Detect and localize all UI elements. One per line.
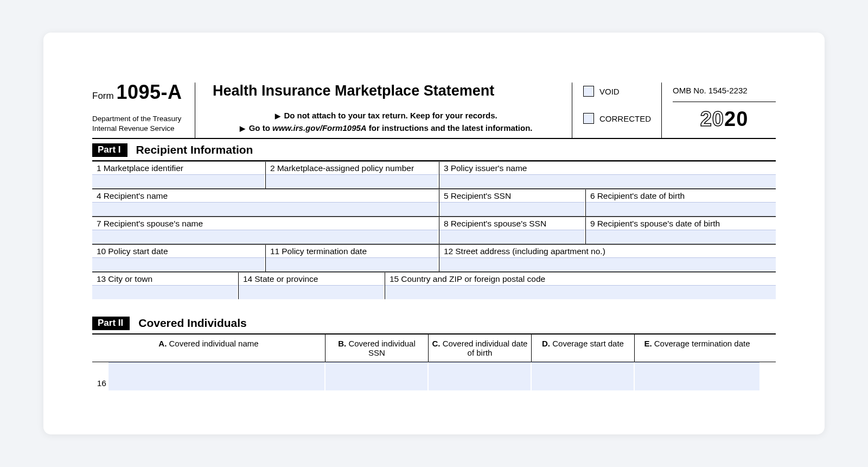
field-7: 7Recipient's spouse's name	[92, 217, 439, 244]
input-13[interactable]	[92, 285, 238, 299]
col-C: C. Covered individual date of birth	[429, 335, 532, 362]
input-4[interactable]	[92, 202, 439, 216]
triangle-icon: ▶	[240, 124, 245, 132]
void-label: VOID	[599, 87, 620, 96]
year-outline: 20	[700, 108, 724, 130]
note-keep-records: ▶ Do not attach to your tax return. Keep…	[213, 109, 560, 122]
field-11: 11Policy termination date	[266, 245, 439, 272]
header-middle: Health Insurance Marketplace Statement ▶…	[195, 83, 572, 138]
note2-prefix: Go to	[249, 123, 272, 132]
void-checkbox-row: VOID	[583, 86, 661, 97]
triangle-icon: ▶	[275, 112, 280, 120]
input-16B[interactable]	[326, 362, 429, 390]
input-3[interactable]	[439, 174, 776, 188]
field-9: 9Recipient's spouse's date of birth	[586, 217, 776, 244]
section-gap	[92, 299, 776, 312]
input-10[interactable]	[92, 257, 265, 272]
col-B-text: Covered individual SSN	[348, 339, 415, 357]
field-8: 8Recipient's spouse's SSN	[439, 217, 586, 244]
void-checkbox[interactable]	[583, 86, 594, 97]
col-D: D. Coverage start date	[532, 335, 635, 362]
part2-row-16: 16	[92, 362, 776, 390]
field-15: 15Country and ZIP or foreign postal code	[385, 273, 776, 299]
label-13: 13City or town	[92, 273, 238, 285]
note2-suffix: for instructions and the latest informat…	[367, 123, 533, 132]
label-5: 5Recipient's SSN	[439, 190, 585, 202]
form-card: Form 1095-A Department of the Treasury I…	[43, 33, 825, 434]
label-3-text: Policy issuer's name	[451, 163, 527, 173]
field-6: 6Recipient's date of birth	[586, 190, 776, 216]
row-number-16: 16	[92, 362, 108, 390]
part2-columns: A. Covered individual name B. Covered in…	[92, 335, 776, 362]
label-2-text: Marketplace-assigned policy number	[277, 163, 414, 173]
col-E: E. Coverage termination date	[635, 335, 760, 362]
input-5[interactable]	[439, 202, 585, 216]
tax-year: 2020	[673, 108, 776, 131]
field-4: 4Recipient's name	[92, 190, 439, 216]
input-16D[interactable]	[532, 362, 635, 390]
label-7-text: Recipient's spouse's name	[104, 219, 203, 228]
input-16E[interactable]	[635, 362, 760, 390]
row-1-3: 1Marketplace identifier 2Marketplace-ass…	[92, 161, 776, 189]
part2-header: Part II Covered Individuals	[92, 312, 776, 335]
year-bold: 20	[724, 108, 748, 130]
form-word: Form	[92, 91, 114, 101]
label-5-text: Recipient's SSN	[451, 191, 512, 200]
corrected-label: CORRECTED	[599, 114, 651, 123]
input-16C[interactable]	[429, 362, 532, 390]
label-14-text: State or province	[254, 274, 318, 283]
label-11-text: Policy termination date	[282, 247, 367, 256]
header-checkboxes: VOID CORRECTED	[572, 83, 662, 138]
label-2: 2Marketplace-assigned policy number	[266, 162, 439, 174]
input-16A[interactable]	[108, 362, 326, 390]
input-1[interactable]	[92, 174, 265, 188]
label-10-text: Policy start date	[108, 247, 168, 256]
label-13-text: City or town	[108, 274, 152, 283]
input-14[interactable]	[239, 285, 385, 299]
part2-tag: Part II	[92, 317, 130, 330]
form-header: Form 1095-A Department of the Treasury I…	[92, 83, 776, 139]
issuing-agency: Department of the Treasury Internal Reve…	[92, 114, 188, 134]
dept-line1: Department of the Treasury	[92, 114, 188, 124]
label-11: 11Policy termination date	[266, 245, 439, 257]
label-1: 1Marketplace identifier	[92, 162, 265, 174]
field-10: 10Policy start date	[92, 245, 266, 272]
input-6[interactable]	[586, 202, 776, 216]
label-10: 10Policy start date	[92, 245, 265, 257]
corrected-checkbox[interactable]	[583, 113, 594, 124]
input-15[interactable]	[385, 285, 776, 299]
form-notes: ▶ Do not attach to your tax return. Keep…	[213, 109, 560, 135]
label-3: 3Policy issuer's name	[439, 162, 776, 174]
label-12-text: Street address (including apartment no.)	[455, 247, 605, 256]
label-8: 8Recipient's spouse's SSN	[439, 217, 585, 230]
label-9-text: Recipient's spouse's date of birth	[597, 219, 720, 228]
label-9: 9Recipient's spouse's date of birth	[586, 217, 776, 230]
input-9[interactable]	[586, 230, 776, 244]
dept-line2: Internal Revenue Service	[92, 124, 188, 134]
label-15: 15Country and ZIP or foreign postal code	[385, 273, 776, 285]
form-title: Health Insurance Marketplace Statement	[213, 83, 560, 99]
omb-number: OMB No. 1545-2232	[673, 86, 776, 102]
field-2: 2Marketplace-assigned policy number	[266, 162, 439, 188]
label-4-text: Recipient's name	[104, 191, 168, 200]
input-7[interactable]	[92, 230, 439, 244]
field-5: 5Recipient's SSN	[439, 190, 586, 216]
form-word-and-number: Form 1095-A	[92, 83, 188, 102]
header-left: Form 1095-A Department of the Treasury I…	[92, 83, 195, 138]
label-4: 4Recipient's name	[92, 190, 439, 202]
part1-title: Recipient Information	[136, 143, 253, 156]
col-B: B. Covered individual SSN	[326, 335, 429, 362]
input-2[interactable]	[266, 174, 439, 188]
label-8-text: Recipient's spouse's SSN	[451, 219, 547, 228]
field-13: 13City or town	[92, 273, 239, 299]
row-4-6: 4Recipient's name 5Recipient's SSN 6Reci…	[92, 189, 776, 217]
label-1-text: Marketplace identifier	[104, 163, 183, 173]
label-6-text: Recipient's date of birth	[597, 191, 685, 200]
form-number: 1095-A	[116, 81, 182, 103]
label-6: 6Recipient's date of birth	[586, 190, 776, 202]
input-8[interactable]	[439, 230, 585, 244]
label-14: 14State or province	[239, 273, 385, 285]
input-12[interactable]	[439, 257, 776, 272]
field-1: 1Marketplace identifier	[92, 162, 266, 188]
input-11[interactable]	[266, 257, 439, 272]
